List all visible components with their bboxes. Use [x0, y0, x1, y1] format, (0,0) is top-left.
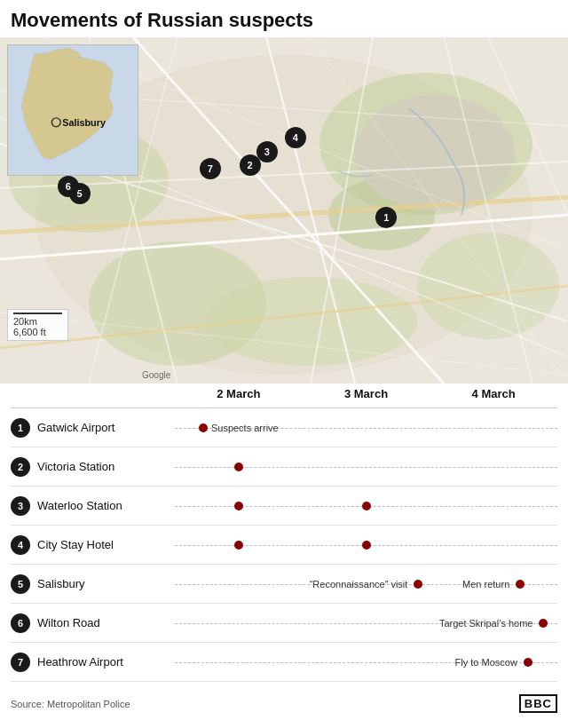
- bbc-logo: BBC: [519, 694, 557, 713]
- date-cell-7-0: [175, 657, 303, 668]
- location-col-5: 5 Salisbury: [11, 574, 175, 594]
- row-marker-4: 4: [11, 535, 30, 555]
- location-name-6: Wilton Road: [37, 616, 100, 630]
- timeline-row-1: 1 Gatwick Airport Suspects arrive: [11, 408, 557, 447]
- date-cell-4-1: [303, 541, 430, 550]
- date-col-2: 4 March: [430, 384, 557, 404]
- dates-row-4: [175, 541, 557, 550]
- location-col-4: 4 City Stay Hotel: [11, 535, 175, 555]
- event-label-6-2: Target Skripal’s home: [439, 618, 533, 629]
- location-col-6: 6 Wilton Road: [11, 613, 175, 633]
- date-cell-3-1: [303, 502, 430, 510]
- date-cell-4-0: [175, 541, 303, 550]
- timeline-row-5: 5 Salisbury “Reconnaissance” visit Men r…: [11, 565, 557, 604]
- date-cell-6-2: Target Skripal’s home: [430, 618, 557, 629]
- location-name-3: Waterloo Station: [37, 499, 122, 513]
- row-marker-3: 3: [11, 496, 30, 516]
- scale-ft: 6,600 ft: [13, 327, 62, 337]
- dates-row-2: [175, 463, 557, 471]
- date-cell-6-1: [303, 618, 430, 629]
- event-label-5-2: Men return: [462, 579, 509, 590]
- timeline-row-6: 6 Wilton Road Target Skripal’s home: [11, 604, 557, 643]
- map-marker-1: 1: [375, 207, 397, 228]
- date-cell-5-0: [175, 579, 303, 590]
- map-marker-2: 2: [240, 154, 261, 176]
- date-cell-5-1: “Reconnaissance” visit: [303, 579, 430, 590]
- timeline-row-3: 3 Waterloo Station: [11, 487, 557, 526]
- event-dot-3-1: [362, 502, 371, 510]
- location-name-1: Gatwick Airport: [37, 421, 114, 435]
- date-cell-4-2: [430, 541, 557, 550]
- event-dot-4-1: [362, 541, 371, 550]
- date-cell-1-0: Suspects arrive: [175, 423, 303, 433]
- dates-row-6: Target Skripal’s home: [175, 618, 557, 629]
- timeline-row-4: 4 City Stay Hotel: [11, 526, 557, 565]
- dates-row-3: [175, 502, 557, 510]
- row-marker-2: 2: [11, 457, 30, 477]
- dates-row-header: 2 March 3 March 4 March: [175, 384, 557, 404]
- event-dot-5-2: [516, 580, 525, 589]
- dates-row-7: Fly to Moscow: [175, 657, 557, 668]
- date-cell-2-1: [303, 463, 430, 471]
- event-label-1-0: Suspects arrive: [211, 423, 279, 433]
- row-marker-5: 5: [11, 574, 30, 594]
- date-cell-7-2: Fly to Moscow: [430, 657, 557, 668]
- map-marker-3: 3: [256, 141, 278, 162]
- date-cell-1-2: [430, 423, 557, 433]
- map-marker-7: 7: [200, 158, 221, 179]
- date-col-0: 2 March: [175, 384, 303, 404]
- event-label-5-1: “Reconnaissance” visit: [310, 579, 408, 590]
- scale-bar: 20km 6,600 ft: [7, 309, 68, 341]
- page-title: Movements of Russian suspects: [0, 0, 568, 37]
- date-cell-2-2: [430, 463, 557, 471]
- event-dot-6-2: [539, 619, 548, 628]
- timeline-row-7: 7 Heathrow Airport Fly to Moscow: [11, 643, 557, 682]
- date-cell-6-0: [175, 618, 303, 629]
- event-dot-4-0: [234, 541, 243, 550]
- date-cell-3-0: [175, 502, 303, 510]
- timeline-header: 2 March 3 March 4 March: [11, 384, 557, 408]
- footer: Source: Metropolitan Police BBC: [0, 689, 568, 720]
- row-marker-6: 6: [11, 613, 30, 633]
- date-cell-5-2: Men return: [430, 579, 557, 590]
- source-label: Source: Metropolitan Police: [11, 699, 130, 709]
- date-cell-1-1: [303, 423, 430, 433]
- event-dot-7-2: [524, 658, 532, 667]
- row-marker-1: 1: [11, 418, 30, 438]
- dates-row-5: “Reconnaissance” visit Men return: [175, 579, 557, 590]
- location-col-7: 7 Heathrow Airport: [11, 653, 175, 672]
- map-marker-6: 6: [58, 176, 79, 197]
- map-area: Salisbury 20km 6,600 ft Google 1 2 3 4 5…: [0, 37, 568, 384]
- event-dot-3-0: [234, 502, 243, 510]
- scale-km: 20km: [13, 316, 62, 327]
- svg-point-9: [355, 95, 515, 210]
- location-name-4: City Stay Hotel: [37, 538, 114, 552]
- location-col-3: 3 Waterloo Station: [11, 496, 175, 516]
- location-name-5: Salisbury: [37, 577, 84, 591]
- dates-row-1: Suspects arrive: [175, 423, 557, 433]
- event-dot-2-0: [234, 463, 243, 471]
- location-name-2: Victoria Station: [37, 460, 114, 474]
- location-col-2: 2 Victoria Station: [11, 457, 175, 477]
- date-col-1: 3 March: [303, 384, 430, 404]
- row-marker-7: 7: [11, 653, 30, 672]
- event-dot-5-1: [414, 580, 422, 589]
- timeline-section: 2 March 3 March 4 March 1 Gatwick Airpor…: [0, 384, 568, 689]
- date-cell-7-1: [303, 657, 430, 668]
- date-cell-3-2: [430, 502, 557, 510]
- timeline-row-2: 2 Victoria Station: [11, 447, 557, 487]
- event-label-7-2: Fly to Moscow: [455, 657, 517, 668]
- google-attribution: Google: [142, 370, 170, 380]
- event-dot-1-0: [199, 423, 208, 432]
- date-cell-2-0: [175, 463, 303, 471]
- svg-text:Salisbury: Salisbury: [62, 117, 106, 128]
- inset-map: Salisbury: [7, 44, 138, 176]
- location-name-7: Heathrow Airport: [37, 655, 123, 669]
- map-marker-4: 4: [285, 127, 306, 148]
- location-col-1: 1 Gatwick Airport: [11, 418, 175, 438]
